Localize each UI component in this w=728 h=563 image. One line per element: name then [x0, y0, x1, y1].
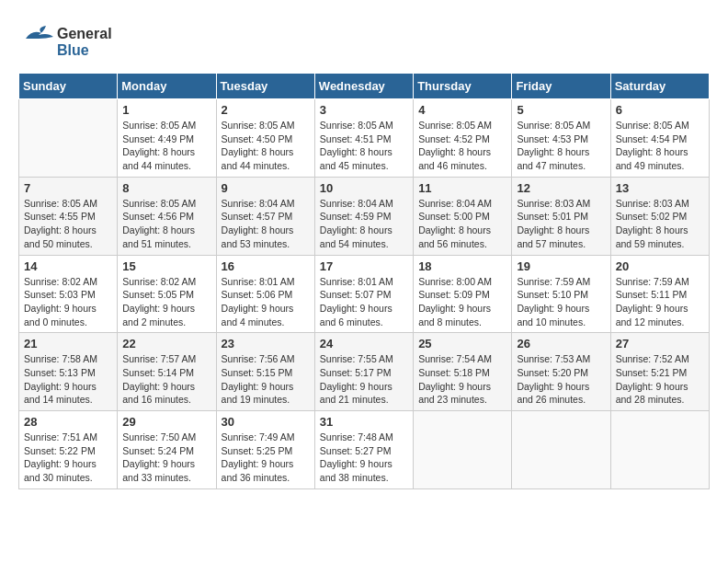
- day-number: 24: [320, 337, 408, 350]
- calendar-cell: 20Sunrise: 7:59 AMSunset: 5:11 PMDayligh…: [610, 255, 709, 333]
- day-info: Sunrise: 8:03 AMSunset: 5:02 PMDaylight:…: [616, 197, 704, 251]
- day-info: Sunrise: 7:58 AMSunset: 5:13 PMDaylight:…: [24, 352, 112, 407]
- day-info: Sunrise: 8:01 AMSunset: 5:07 PMDaylight:…: [320, 275, 408, 329]
- day-info: Sunrise: 8:05 AMSunset: 4:56 PMDaylight:…: [122, 197, 210, 251]
- calendar-cell: 7Sunrise: 8:05 AMSunset: 4:55 PMDaylight…: [19, 177, 118, 255]
- day-info: Sunrise: 7:56 AMSunset: 5:15 PMDaylight:…: [222, 352, 310, 407]
- day-info: Sunrise: 7:50 AMSunset: 5:24 PMDaylight:…: [122, 431, 210, 485]
- calendar-cell: 6Sunrise: 8:05 AMSunset: 4:54 PMDaylight…: [610, 99, 709, 178]
- day-number: 11: [418, 181, 506, 195]
- day-info: Sunrise: 7:55 AMSunset: 5:17 PMDaylight:…: [320, 352, 408, 407]
- day-info: Sunrise: 8:05 AMSunset: 4:53 PMDaylight:…: [517, 119, 605, 173]
- day-number: 7: [24, 181, 112, 195]
- calendar-cell: [610, 411, 709, 489]
- day-info: Sunrise: 7:57 AMSunset: 5:14 PMDaylight:…: [122, 352, 210, 407]
- day-number: 27: [616, 337, 704, 350]
- day-number: 30: [222, 415, 310, 429]
- header-monday: Monday: [118, 74, 216, 99]
- day-number: 16: [222, 259, 310, 273]
- calendar-cell: 8Sunrise: 8:05 AMSunset: 4:56 PMDaylight…: [118, 177, 216, 255]
- calendar-cell: 29Sunrise: 7:50 AMSunset: 5:24 PMDayligh…: [118, 411, 216, 489]
- day-info: Sunrise: 7:52 AMSunset: 5:21 PMDaylight:…: [616, 352, 704, 407]
- header-saturday: Saturday: [610, 74, 709, 99]
- calendar-cell: 21Sunrise: 7:58 AMSunset: 5:13 PMDayligh…: [19, 333, 118, 411]
- calendar-cell: 11Sunrise: 8:04 AMSunset: 5:00 PMDayligh…: [414, 177, 512, 255]
- day-number: 2: [222, 103, 310, 117]
- day-info: Sunrise: 7:49 AMSunset: 5:25 PMDaylight:…: [222, 431, 310, 485]
- calendar-week-4: 28Sunrise: 7:51 AMSunset: 5:22 PMDayligh…: [19, 411, 710, 489]
- day-info: Sunrise: 8:00 AMSunset: 5:09 PMDaylight:…: [418, 275, 506, 329]
- calendar-cell: 1Sunrise: 8:05 AMSunset: 4:49 PMDaylight…: [118, 99, 216, 178]
- day-info: Sunrise: 8:05 AMSunset: 4:54 PMDaylight:…: [616, 119, 704, 173]
- day-number: 26: [517, 337, 605, 350]
- svg-text:General: General: [57, 26, 112, 41]
- logo-text: General Blue: [18, 18, 138, 63]
- calendar-cell: 31Sunrise: 7:48 AMSunset: 5:27 PMDayligh…: [314, 411, 413, 489]
- day-number: 31: [320, 415, 408, 429]
- calendar-cell: 5Sunrise: 8:05 AMSunset: 4:53 PMDaylight…: [512, 99, 610, 178]
- day-info: Sunrise: 7:51 AMSunset: 5:22 PMDaylight:…: [24, 431, 112, 485]
- calendar-cell: 28Sunrise: 7:51 AMSunset: 5:22 PMDayligh…: [19, 411, 118, 489]
- day-number: 29: [122, 415, 210, 429]
- calendar-cell: 26Sunrise: 7:53 AMSunset: 5:20 PMDayligh…: [512, 333, 610, 411]
- calendar-cell: 14Sunrise: 8:02 AMSunset: 5:03 PMDayligh…: [19, 255, 118, 333]
- day-info: Sunrise: 8:04 AMSunset: 4:59 PMDaylight:…: [320, 197, 408, 251]
- header-wednesday: Wednesday: [314, 74, 413, 99]
- day-info: Sunrise: 7:59 AMSunset: 5:11 PMDaylight:…: [616, 275, 704, 329]
- calendar-table: SundayMondayTuesdayWednesdayThursdayFrid…: [18, 73, 710, 489]
- day-info: Sunrise: 7:54 AMSunset: 5:18 PMDaylight:…: [418, 352, 506, 407]
- calendar-cell: [19, 99, 118, 178]
- day-info: Sunrise: 7:48 AMSunset: 5:27 PMDaylight:…: [320, 431, 408, 485]
- day-info: Sunrise: 8:04 AMSunset: 5:00 PMDaylight:…: [418, 197, 506, 251]
- day-number: 10: [320, 181, 408, 195]
- day-number: 21: [24, 337, 112, 350]
- day-number: 5: [517, 103, 605, 117]
- calendar-week-2: 14Sunrise: 8:02 AMSunset: 5:03 PMDayligh…: [19, 255, 710, 333]
- calendar-cell: 3Sunrise: 8:05 AMSunset: 4:51 PMDaylight…: [314, 99, 413, 178]
- header-thursday: Thursday: [414, 74, 512, 99]
- day-number: 3: [320, 103, 408, 117]
- header-friday: Friday: [512, 74, 610, 99]
- day-info: Sunrise: 8:03 AMSunset: 5:01 PMDaylight:…: [517, 197, 605, 251]
- day-info: Sunrise: 8:05 AMSunset: 4:49 PMDaylight:…: [122, 119, 210, 173]
- calendar-cell: 12Sunrise: 8:03 AMSunset: 5:01 PMDayligh…: [512, 177, 610, 255]
- calendar-cell: 10Sunrise: 8:04 AMSunset: 4:59 PMDayligh…: [314, 177, 413, 255]
- calendar-cell: 2Sunrise: 8:05 AMSunset: 4:50 PMDaylight…: [216, 99, 314, 178]
- day-info: Sunrise: 8:05 AMSunset: 4:52 PMDaylight:…: [418, 119, 506, 173]
- calendar-cell: 13Sunrise: 8:03 AMSunset: 5:02 PMDayligh…: [610, 177, 709, 255]
- day-number: 6: [616, 103, 704, 117]
- day-info: Sunrise: 8:02 AMSunset: 5:03 PMDaylight:…: [24, 275, 112, 329]
- day-info: Sunrise: 8:05 AMSunset: 4:50 PMDaylight:…: [222, 119, 310, 173]
- calendar-cell: 22Sunrise: 7:57 AMSunset: 5:14 PMDayligh…: [118, 333, 216, 411]
- calendar-cell: [414, 411, 512, 489]
- calendar-cell: 9Sunrise: 8:04 AMSunset: 4:57 PMDaylight…: [216, 177, 314, 255]
- day-info: Sunrise: 8:05 AMSunset: 4:55 PMDaylight:…: [24, 197, 112, 251]
- calendar-week-1: 7Sunrise: 8:05 AMSunset: 4:55 PMDaylight…: [19, 177, 710, 255]
- calendar-cell: 18Sunrise: 8:00 AMSunset: 5:09 PMDayligh…: [414, 255, 512, 333]
- day-info: Sunrise: 8:02 AMSunset: 5:05 PMDaylight:…: [122, 275, 210, 329]
- calendar-cell: 23Sunrise: 7:56 AMSunset: 5:15 PMDayligh…: [216, 333, 314, 411]
- day-number: 12: [517, 181, 605, 195]
- day-number: 15: [122, 259, 210, 273]
- day-number: 13: [616, 181, 704, 195]
- calendar-cell: 25Sunrise: 7:54 AMSunset: 5:18 PMDayligh…: [414, 333, 512, 411]
- calendar-cell: 17Sunrise: 8:01 AMSunset: 5:07 PMDayligh…: [314, 255, 413, 333]
- day-number: 8: [122, 181, 210, 195]
- day-number: 18: [418, 259, 506, 273]
- svg-text:Blue: Blue: [57, 42, 89, 58]
- calendar-cell: 4Sunrise: 8:05 AMSunset: 4:52 PMDaylight…: [414, 99, 512, 178]
- calendar-week-3: 21Sunrise: 7:58 AMSunset: 5:13 PMDayligh…: [19, 333, 710, 411]
- calendar-header-row: SundayMondayTuesdayWednesdayThursdayFrid…: [19, 74, 710, 99]
- day-number: 17: [320, 259, 408, 273]
- calendar-cell: [512, 411, 610, 489]
- logo: General Blue: [18, 18, 138, 63]
- day-number: 4: [418, 103, 506, 117]
- day-info: Sunrise: 8:01 AMSunset: 5:06 PMDaylight:…: [222, 275, 310, 329]
- day-info: Sunrise: 7:59 AMSunset: 5:10 PMDaylight:…: [517, 275, 605, 329]
- header-tuesday: Tuesday: [216, 74, 314, 99]
- day-number: 9: [222, 181, 310, 195]
- header-sunday: Sunday: [19, 74, 118, 99]
- calendar-week-0: 1Sunrise: 8:05 AMSunset: 4:49 PMDaylight…: [19, 99, 710, 178]
- calendar-cell: 30Sunrise: 7:49 AMSunset: 5:25 PMDayligh…: [216, 411, 314, 489]
- calendar-cell: 24Sunrise: 7:55 AMSunset: 5:17 PMDayligh…: [314, 333, 413, 411]
